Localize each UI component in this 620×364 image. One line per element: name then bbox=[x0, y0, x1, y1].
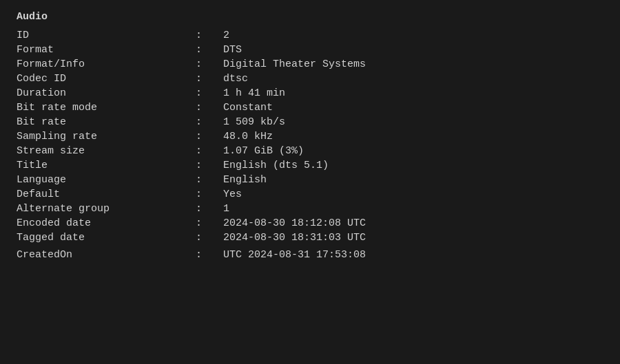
footer-value: UTC 2024-08-31 17:53:08 bbox=[223, 248, 603, 262]
row-value: DTS bbox=[223, 43, 603, 57]
footer-label: CreatedOn bbox=[17, 248, 196, 262]
row-colon: : bbox=[196, 216, 223, 231]
table-row: Stream size: 1.07 GiB (3%) bbox=[17, 144, 603, 158]
row-label: Encoded date bbox=[17, 216, 196, 231]
row-label: Default bbox=[17, 187, 196, 202]
row-label: Tagged date bbox=[17, 231, 196, 245]
row-colon: : bbox=[196, 57, 223, 72]
row-label: ID bbox=[17, 28, 196, 43]
footer-colon: : bbox=[196, 248, 223, 262]
row-label: Duration bbox=[17, 86, 196, 100]
table-row: ID: 2 bbox=[17, 28, 603, 43]
row-label: Bit rate bbox=[17, 115, 196, 129]
row-colon: : bbox=[196, 28, 223, 43]
row-value: English bbox=[223, 173, 603, 187]
row-value: 1.07 GiB (3%) bbox=[223, 144, 603, 158]
row-value: dtsc bbox=[223, 72, 603, 86]
row-colon: : bbox=[196, 43, 223, 57]
row-colon: : bbox=[196, 231, 223, 245]
row-value: 1 509 kb/s bbox=[223, 115, 603, 129]
row-value: 2024-08-30 18:31:03 UTC bbox=[223, 231, 603, 245]
table-row: Format: DTS bbox=[17, 43, 603, 57]
row-value: Yes bbox=[223, 187, 603, 202]
row-colon: : bbox=[196, 129, 223, 144]
row-colon: : bbox=[196, 187, 223, 202]
row-label: Language bbox=[17, 173, 196, 187]
row-colon: : bbox=[196, 202, 223, 216]
row-value: English (dts 5.1) bbox=[223, 158, 603, 173]
row-colon: : bbox=[196, 173, 223, 187]
row-value: 1 bbox=[223, 202, 603, 216]
row-label: Codec ID bbox=[17, 72, 196, 86]
table-row: Codec ID: dtsc bbox=[17, 72, 603, 86]
table-row: Sampling rate: 48.0 kHz bbox=[17, 129, 603, 144]
table-row: Format/Info: Digital Theater Systems bbox=[17, 57, 603, 72]
row-label: Format bbox=[17, 43, 196, 57]
row-label: Alternate group bbox=[17, 202, 196, 216]
table-row: Default: Yes bbox=[17, 187, 603, 202]
row-value: 2024-08-30 18:12:08 UTC bbox=[223, 216, 603, 231]
table-row: Tagged date: 2024-08-30 18:31:03 UTC bbox=[17, 231, 603, 245]
table-row: Duration: 1 h 41 min bbox=[17, 86, 603, 100]
footer-row: CreatedOn: UTC 2024-08-31 17:53:08 bbox=[17, 248, 603, 262]
row-colon: : bbox=[196, 144, 223, 158]
row-value: Digital Theater Systems bbox=[223, 57, 603, 72]
row-colon: : bbox=[196, 100, 223, 115]
row-label: Bit rate mode bbox=[17, 100, 196, 115]
row-colon: : bbox=[196, 115, 223, 129]
row-label: Sampling rate bbox=[17, 129, 196, 144]
row-colon: : bbox=[196, 158, 223, 173]
row-label: Format/Info bbox=[17, 57, 196, 72]
table-row: Language: English bbox=[17, 173, 603, 187]
table-row: Alternate group: 1 bbox=[17, 202, 603, 216]
row-value: 48.0 kHz bbox=[223, 129, 603, 144]
row-value: 2 bbox=[223, 28, 603, 43]
row-label: Stream size bbox=[17, 144, 196, 158]
info-table: ID: 2Format: DTSFormat/Info: Digital The… bbox=[17, 28, 603, 262]
section-title: Audio bbox=[17, 11, 603, 23]
table-row: Bit rate: 1 509 kb/s bbox=[17, 115, 603, 129]
row-colon: : bbox=[196, 86, 223, 100]
row-value: Constant bbox=[223, 100, 603, 115]
table-row: Title: English (dts 5.1) bbox=[17, 158, 603, 173]
row-colon: : bbox=[196, 72, 223, 86]
row-value: 1 h 41 min bbox=[223, 86, 603, 100]
row-label: Title bbox=[17, 158, 196, 173]
table-row: Bit rate mode: Constant bbox=[17, 100, 603, 115]
table-row: Encoded date: 2024-08-30 18:12:08 UTC bbox=[17, 216, 603, 231]
